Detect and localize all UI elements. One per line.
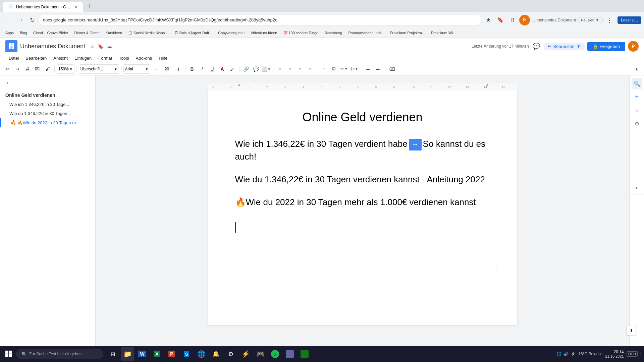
indent-increase-button[interactable]: ➡	[373, 64, 383, 74]
bookmark-star-button[interactable]: ★	[483, 15, 494, 25]
doc-page[interactable]: Online Geld verdienen Wie ich 1.346,22€ …	[208, 90, 517, 325]
bookmark-blog[interactable]: Blog	[17, 30, 30, 36]
bold-button[interactable]: B	[187, 64, 197, 74]
browser-tab-active[interactable]: 📄 Unbenanntes Dokument - Goog... ✕	[3, 2, 83, 12]
undo-button[interactable]: ↩	[3, 64, 12, 74]
extension-button-3[interactable]: P	[519, 15, 530, 25]
menu-ansicht[interactable]: Ansicht	[50, 54, 71, 62]
line-spacing-button[interactable]: ↕	[319, 64, 329, 74]
extension-button-1[interactable]: 🔖	[495, 15, 506, 25]
outline-item-1[interactable]: Wie ich 1.346,22€ in 30 Tage...	[0, 100, 95, 109]
right-panel-add-button[interactable]: +	[632, 92, 642, 102]
taskbar-powerpoint[interactable]: P	[165, 347, 178, 361]
numbered-list-button[interactable]: 1≡ ▼	[350, 64, 359, 74]
outline-item-0[interactable]: Online Geld verdienen	[0, 90, 95, 100]
outline-item-3[interactable]: 🔥 🔥Wie du 2022 in 30 Tagen m...	[0, 118, 95, 127]
menu-datei[interactable]: Datei	[5, 54, 22, 62]
bookmark-copy[interactable]: Copywriting neu	[215, 30, 247, 36]
collapse-toolbar-button[interactable]: ▲	[632, 64, 641, 74]
clear-formatting-button[interactable]: ⌫	[387, 64, 396, 74]
paint-format-button[interactable]: 🖌	[43, 64, 52, 74]
taskbar-word[interactable]: W	[136, 347, 149, 361]
bookmark-social[interactable]: 📋Social Media Mana...	[125, 30, 171, 36]
font-size-increase-button[interactable]: +	[174, 64, 183, 74]
align-right-button[interactable]: ≡	[296, 64, 305, 74]
star-icon[interactable]: ☆	[90, 43, 95, 50]
heading-style-selector[interactable]: Überschrift 1 ▼	[79, 64, 119, 74]
menu-bearbeiten[interactable]: Bearbeiten	[22, 54, 50, 62]
format-clear-button[interactable]: ⌦	[33, 64, 42, 74]
new-tab-button[interactable]: +	[85, 1, 94, 11]
bookmark-apps[interactable]: Apps	[3, 30, 16, 36]
menu-format[interactable]: Format	[95, 54, 115, 62]
show-desktop-button[interactable]: |	[640, 352, 641, 356]
taskbar-search-bar[interactable]: 🔍 Zur Suche Text hier eingeben	[16, 349, 103, 359]
cloud-icon[interactable]: ☁	[107, 43, 112, 50]
highlight-button[interactable]: 🖊	[228, 64, 237, 74]
right-panel-settings-button[interactable]: ⚙	[632, 118, 642, 129]
taskbar-app-s2[interactable]: ⚡	[239, 347, 252, 361]
bookmark-praktikum1[interactable]: Praktikum Projektm...	[387, 30, 428, 36]
print-button[interactable]: 🖨	[23, 64, 32, 74]
taskbar-task-view[interactable]: ⊞	[106, 347, 119, 361]
bookmark-video[interactable]: Videokurs Ideen	[248, 30, 280, 36]
doc-title-input[interactable]	[20, 43, 87, 50]
menu-hilfe[interactable]: Hilfe	[155, 54, 171, 62]
user-avatar[interactable]: P	[628, 41, 639, 52]
tab-close-button[interactable]: ✕	[74, 4, 78, 10]
indent-decrease-button[interactable]: ⬅	[363, 64, 373, 74]
read-mode-button[interactable]: Leselist...	[618, 16, 641, 24]
bookmark-kursideen[interactable]: Kursideen	[103, 30, 125, 36]
font-selector[interactable]: Arial ▼	[123, 64, 150, 74]
gdocs-doc-area[interactable]: -2 -1 1 2 3 4 5 6 7 8 9 10 11 12	[96, 75, 629, 346]
inline-link-arrow[interactable]: →	[409, 139, 422, 150]
menu-einfuegen[interactable]: Einfügen	[71, 54, 95, 62]
bookmark-dinner[interactable]: Dinner & Crime	[71, 30, 102, 36]
refresh-button[interactable]: ↻	[27, 15, 38, 25]
zoom-selector[interactable]: 150% ▼	[57, 64, 74, 74]
taskbar-chrome[interactable]: 🌐	[195, 347, 208, 361]
taskbar-app-g[interactable]: 🎮	[254, 347, 267, 361]
share-button[interactable]: 🔒 Freigeben	[587, 42, 625, 51]
bookmark-icon[interactable]: 🔖	[97, 43, 104, 50]
comments-button[interactable]: 💬	[532, 42, 541, 51]
align-center-button[interactable]: ≡	[285, 64, 295, 74]
taskbar-file-explorer[interactable]: 📁	[121, 347, 134, 361]
right-panel-star-button[interactable]: ☆	[632, 105, 642, 116]
insert-image-button[interactable]: ⬜ ▼	[262, 64, 271, 74]
taskbar-notification[interactable]: 🔔	[209, 347, 223, 361]
taskbar-spotify[interactable]: ♪	[268, 347, 282, 361]
scroll-to-bottom-button[interactable]: ⬇	[627, 326, 629, 335]
text-color-button[interactable]: A	[218, 64, 227, 74]
bookmark-bois[interactable]: 🎵Bois d'Argent Duft...	[171, 30, 215, 36]
align-left-button[interactable]: ≡	[275, 64, 285, 74]
address-bar[interactable]	[39, 15, 482, 25]
italic-button[interactable]: I	[198, 64, 207, 74]
underline-button[interactable]: U	[208, 64, 217, 74]
right-panel-explore-button[interactable]: 🔍	[632, 78, 642, 89]
justify-button[interactable]: ≡	[306, 64, 315, 74]
outline-item-2[interactable]: Wie du 1.346,22€ in 30 Tagen...	[0, 109, 95, 118]
font-size-input[interactable]	[161, 65, 173, 73]
back-button[interactable]: ←	[3, 15, 13, 25]
start-button[interactable]	[3, 348, 15, 360]
extension-button-2[interactable]: R	[507, 15, 518, 25]
bookmark-panorama[interactable]: Panoramabahn und...	[345, 30, 386, 36]
taskbar-settings[interactable]: ⚙	[224, 347, 237, 361]
taskbar-purple-app[interactable]	[283, 347, 297, 361]
menu-addons[interactable]: Add-ons	[132, 54, 155, 62]
bookmark-bloomberg[interactable]: Bloomberg	[322, 30, 345, 36]
taskbar-excel[interactable]: X	[150, 347, 164, 361]
bookmark-praktikum2[interactable]: Praktikum WU	[428, 30, 457, 36]
font-size-decrease-button[interactable]: −	[151, 64, 160, 74]
menu-tools[interactable]: Tools	[115, 54, 132, 62]
taskbar-app-5[interactable]: S	[180, 347, 193, 361]
add-comment-button[interactable]: 💬	[252, 64, 261, 74]
share-mode-button[interactable]: ✏ Bearbeiten ▼	[544, 43, 585, 50]
user-profile-button[interactable]: Pausiert ▼	[577, 17, 603, 23]
right-panel-collapse-button[interactable]: ›	[629, 181, 644, 194]
bookmark-canva[interactable]: Cload + Canva Bilder	[31, 30, 71, 36]
bookmark-100[interactable]: 💯100 schöne Dinge	[281, 30, 321, 36]
checklist-button[interactable]: ☑	[329, 64, 339, 74]
sidebar-back-button[interactable]: ←	[0, 75, 95, 90]
